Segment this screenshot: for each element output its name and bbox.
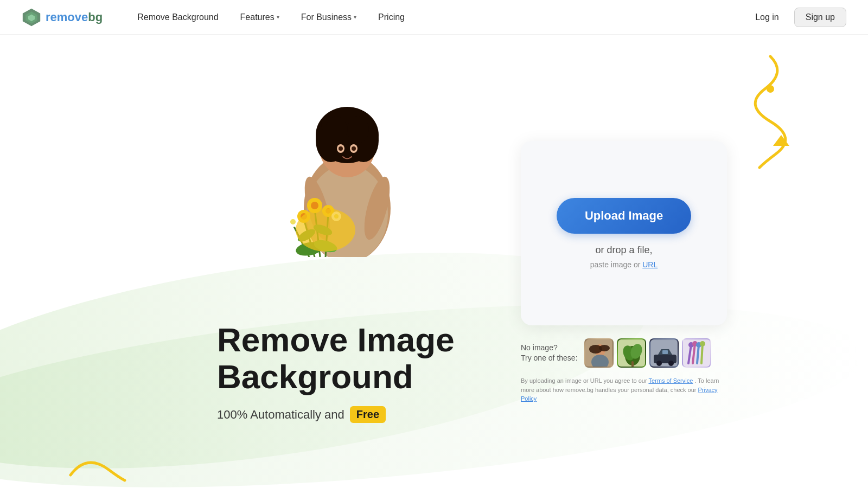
svg-point-63 <box>700 341 705 346</box>
upload-image-button[interactable]: Upload Image <box>557 198 691 234</box>
logo-wordmark: removebg <box>46 10 103 24</box>
hero-illustration-container <box>260 46 450 259</box>
nav-item-pricing[interactable]: Pricing <box>369 8 413 27</box>
nav-item-for-business[interactable]: For Business ▾ <box>292 8 365 27</box>
svg-point-17 <box>339 146 343 151</box>
nav-item-remove-background[interactable]: Remove Background <box>129 8 227 27</box>
svg-point-13 <box>326 116 347 143</box>
sample-images <box>584 338 711 368</box>
main-content: Remove Image Background 100% Automatical… <box>0 35 868 488</box>
svg-point-52 <box>656 361 662 366</box>
no-image-text: No image? Try one of these: <box>521 343 578 364</box>
free-badge: Free <box>350 406 386 423</box>
svg-point-30 <box>311 202 318 209</box>
drop-text: or drop a file, <box>595 245 652 256</box>
no-image-row: No image? Try one of these: <box>521 338 727 368</box>
svg-point-53 <box>668 361 674 366</box>
upload-drop-zone[interactable]: Upload Image or drop a file, paste image… <box>521 141 727 325</box>
navbar: removebg Remove Background Features ▾ Fo… <box>0 0 868 35</box>
svg-rect-49 <box>631 361 634 368</box>
legal-text: By uploading an image or URL you agree t… <box>521 376 727 403</box>
signup-button[interactable]: Sign up <box>794 8 846 27</box>
sample-image-car[interactable] <box>649 338 679 368</box>
nav-item-features[interactable]: Features ▾ <box>232 8 288 27</box>
hero-right: Upload Image or drop a file, paste image… <box>488 119 760 403</box>
nav-right: Log in Sign up <box>746 8 846 27</box>
nav-links: Remove Background Features ▾ For Busines… <box>129 8 746 27</box>
for-business-chevron-icon: ▾ <box>354 14 356 20</box>
svg-point-18 <box>352 146 356 151</box>
hero-left: Remove Image Background 100% Automatical… <box>108 35 488 488</box>
svg-point-39 <box>296 208 355 252</box>
hero-section: Remove Image Background 100% Automatical… <box>0 35 868 488</box>
sample-image-objects[interactable] <box>682 338 711 368</box>
terms-link[interactable]: Terms of Service <box>648 377 693 384</box>
svg-rect-54 <box>662 350 668 354</box>
url-link[interactable]: URL <box>642 260 658 269</box>
svg-point-44 <box>599 345 610 351</box>
hero-title: Remove Image Background <box>217 322 488 395</box>
woman-flowers-illustration <box>260 46 434 257</box>
logo[interactable]: removebg <box>22 8 103 27</box>
svg-point-34 <box>290 219 296 224</box>
hero-subtitle: 100% Automatically and Free <box>217 406 488 423</box>
sample-image-plant[interactable] <box>617 338 646 368</box>
hero-text: Remove Image Background 100% Automatical… <box>217 322 488 423</box>
svg-line-59 <box>701 344 703 363</box>
features-chevron-icon: ▾ <box>277 14 279 20</box>
logo-icon <box>22 8 41 27</box>
sample-image-person[interactable] <box>584 338 614 368</box>
svg-point-14 <box>347 116 369 143</box>
paste-text: paste image or URL <box>590 260 658 269</box>
login-button[interactable]: Log in <box>746 8 788 27</box>
